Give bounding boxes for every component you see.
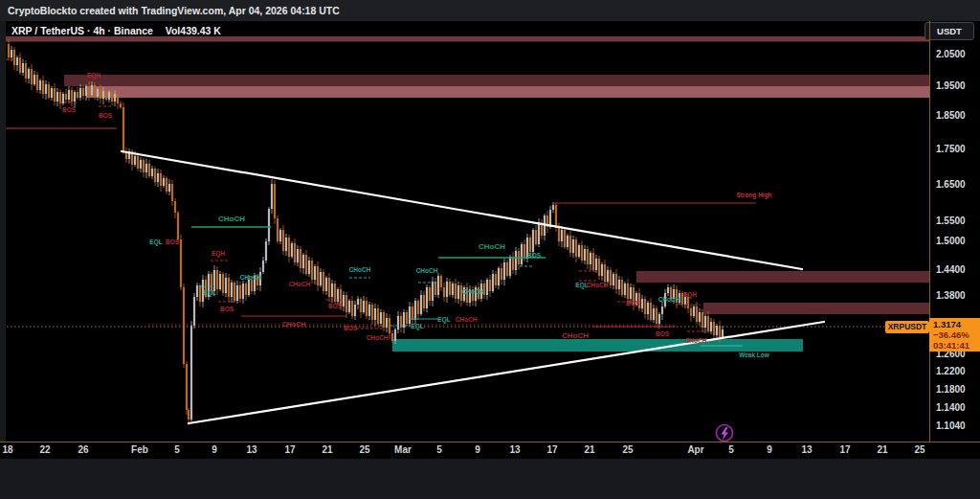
candle <box>434 282 436 295</box>
annotation-choch: CHoCH <box>462 288 484 295</box>
price-axis-label: 1.4400 <box>936 264 980 276</box>
candle <box>707 316 709 331</box>
candle <box>231 283 233 297</box>
candle <box>122 107 124 151</box>
candle <box>357 299 359 305</box>
price-axis-label: 1.3800 <box>936 290 980 302</box>
annotation-eql: EQL <box>437 316 450 324</box>
candle <box>621 280 623 295</box>
price-axis-label: 1.8500 <box>936 110 980 122</box>
annotation-choch: CHoCH <box>218 215 245 223</box>
candle <box>409 306 411 324</box>
candle <box>234 283 235 301</box>
candle <box>584 249 586 261</box>
time-axis-label: 25 <box>905 444 934 456</box>
currency-toggle-button[interactable]: USDT <box>924 22 974 40</box>
candle <box>509 257 511 276</box>
candle <box>157 173 159 182</box>
candle <box>82 88 84 96</box>
time-axis-label: 13 <box>501 444 529 456</box>
annotation-bos: BOS <box>328 303 343 309</box>
candle <box>36 75 38 90</box>
candle <box>538 222 540 244</box>
candle <box>437 276 439 295</box>
candle <box>569 236 571 253</box>
candle <box>457 285 459 299</box>
price-axis-label: 1.7500 <box>936 144 980 155</box>
candle <box>552 205 554 210</box>
candle <box>236 285 238 301</box>
candle <box>598 259 600 276</box>
candle <box>650 303 652 320</box>
chart-canvas[interactable]: EQHBOSBOSEQLBOSCHoCHEQHEQLBOSCHoCHCHoCHB… <box>0 0 929 442</box>
candle <box>704 316 706 328</box>
candle <box>710 322 712 331</box>
time-axis-label: 17 <box>276 444 304 456</box>
candle <box>561 230 563 241</box>
candle <box>618 280 620 289</box>
time-axis-label: 25 <box>613 444 642 456</box>
price-axis-label: 1.5500 <box>936 215 980 227</box>
candle <box>282 230 284 251</box>
zone-supply-1.95-dark <box>64 75 929 86</box>
candle <box>274 184 276 218</box>
candle <box>300 249 301 268</box>
candle <box>521 244 523 264</box>
candle <box>702 312 703 328</box>
candle <box>314 266 316 280</box>
last-price-value: 1.3174 <box>933 319 980 329</box>
candle <box>722 329 724 337</box>
candle <box>242 284 244 299</box>
candle <box>564 230 566 247</box>
price-axis-label: 1.6500 <box>936 179 980 191</box>
candle <box>19 57 21 73</box>
annotation-choch: CHoCH <box>240 274 262 281</box>
candle <box>374 308 376 320</box>
candle <box>667 287 669 293</box>
candle <box>446 282 448 297</box>
last-price-tag: 1.3174 −36.46% 03:41:41 <box>929 318 980 352</box>
candle <box>377 308 379 324</box>
candle <box>108 92 110 100</box>
candle <box>302 255 304 268</box>
candle <box>630 287 632 299</box>
candle <box>334 284 336 302</box>
candle <box>216 270 218 289</box>
zone-supply-1.36 <box>703 303 929 314</box>
candle <box>13 50 15 65</box>
annotation-choch: CHoCH <box>456 316 478 323</box>
candle <box>59 92 61 103</box>
candle <box>612 274 614 285</box>
annotation-eqh: EQH <box>683 291 697 299</box>
candle <box>177 213 179 239</box>
candle <box>429 287 431 301</box>
candle <box>653 308 655 320</box>
candle <box>420 295 422 314</box>
annotation-bos: BOS <box>220 306 234 312</box>
candle <box>39 80 41 90</box>
candle <box>455 284 457 299</box>
candle <box>193 297 195 326</box>
candle <box>426 287 428 308</box>
candle <box>277 218 278 241</box>
annotation-choch: CHoCH <box>685 337 707 344</box>
candle <box>656 308 657 324</box>
annotation-bos: BOS <box>62 106 77 113</box>
time-axis-label: 9 <box>200 444 229 456</box>
candle <box>572 239 574 253</box>
candle <box>33 75 35 84</box>
candle <box>199 285 201 302</box>
time-axis-border[interactable] <box>0 442 980 442</box>
price-axis-border[interactable] <box>929 21 930 442</box>
candle <box>331 284 333 297</box>
annotation-eqh: EQH <box>87 72 100 79</box>
candle <box>262 261 264 272</box>
candle <box>151 169 153 176</box>
candle <box>85 86 87 96</box>
candle <box>305 255 307 274</box>
time-axis-label: 21 <box>868 444 897 456</box>
candle <box>163 178 165 186</box>
annotation-bos: BOS <box>344 325 358 331</box>
candle <box>225 278 227 293</box>
time-axis-label: Apr <box>681 444 710 456</box>
